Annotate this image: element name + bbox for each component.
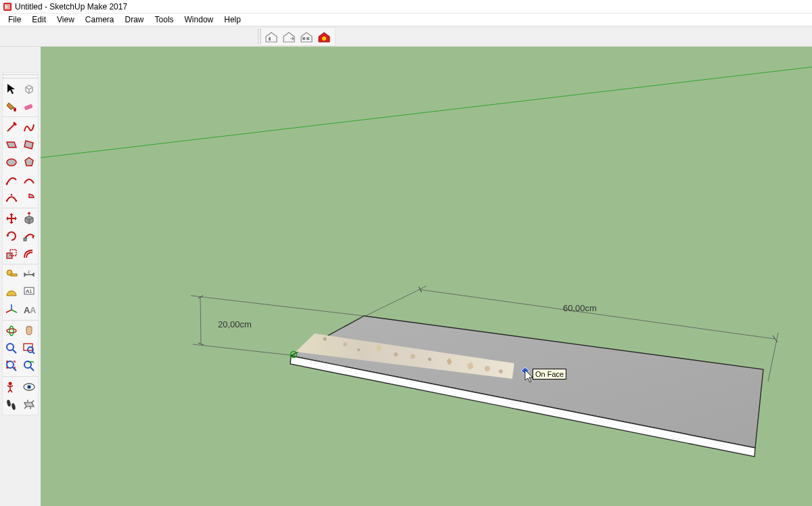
- polygon-tool[interactable]: [20, 154, 38, 171]
- push-pull-tool[interactable]: [20, 210, 38, 227]
- menu-window[interactable]: Window: [179, 14, 219, 26]
- warehouse-toolbar-group: [260, 27, 336, 46]
- toolbar-separator: [3, 376, 38, 377]
- svg-point-11: [11, 194, 13, 196]
- svg-rect-3: [307, 37, 309, 40]
- text-tool[interactable]: A1: [20, 283, 38, 301]
- svg-point-41: [484, 366, 490, 371]
- extension-warehouse-icon[interactable]: [316, 28, 332, 45]
- dimension-right-label: 60,00cm: [563, 303, 597, 313]
- dimension-tool[interactable]: 1': [20, 266, 38, 283]
- svg-point-34: [11, 403, 16, 411]
- zoom-window-tool[interactable]: [20, 340, 38, 357]
- arc-tool[interactable]: [3, 171, 20, 189]
- line-tool[interactable]: [3, 118, 20, 136]
- move-tool[interactable]: [3, 210, 20, 227]
- toolbar-separator: [3, 264, 38, 264]
- look-around-tool[interactable]: [20, 378, 38, 396]
- menu-camera[interactable]: Camera: [80, 14, 120, 26]
- svg-point-45: [293, 354, 295, 356]
- position-camera-tool[interactable]: [3, 378, 20, 396]
- svg-point-33: [6, 400, 11, 407]
- 3d-text-tool[interactable]: AA: [20, 301, 38, 319]
- menu-file[interactable]: File: [3, 14, 26, 26]
- rotate-tool[interactable]: [3, 227, 20, 245]
- offset-tool[interactable]: [20, 245, 38, 262]
- svg-point-7: [7, 159, 16, 166]
- tape-measure-tool[interactable]: [3, 266, 20, 283]
- axes-tool[interactable]: [3, 301, 20, 319]
- rotated-rectangle-tool[interactable]: [20, 136, 38, 154]
- protractor-tool[interactable]: [3, 283, 20, 301]
- two-point-arc-tool[interactable]: [20, 171, 38, 189]
- svg-point-23: [9, 326, 14, 336]
- titlebar: Untitled - SketchUp Make 2017: [0, 0, 812, 14]
- zoom-tool[interactable]: [3, 340, 20, 357]
- svg-rect-2: [302, 37, 305, 40]
- inference-tooltip: On Face: [533, 369, 566, 380]
- left-toolbar: 1' A1 AA: [2, 72, 39, 415]
- warehouse-share-icon[interactable]: [281, 28, 297, 45]
- make-component-tool[interactable]: [20, 80, 38, 97]
- menu-draw[interactable]: Draw: [120, 14, 150, 26]
- toolbar-separator: [3, 208, 38, 208]
- paint-bucket-tool[interactable]: [3, 97, 20, 115]
- toolbar-separator: [3, 116, 38, 117]
- svg-point-27: [7, 361, 14, 368]
- svg-point-40: [428, 358, 432, 361]
- menu-edit[interactable]: Edit: [26, 14, 51, 26]
- warehouse-components-icon[interactable]: [298, 28, 315, 45]
- pie-tool[interactable]: [20, 189, 38, 206]
- top-toolbar: [0, 26, 812, 47]
- menu-help[interactable]: Help: [219, 14, 246, 26]
- svg-point-9: [6, 200, 8, 202]
- pan-tool[interactable]: [20, 322, 38, 340]
- svg-point-29: [9, 382, 12, 386]
- select-tool[interactable]: [3, 80, 20, 97]
- svg-text:A1: A1: [26, 288, 32, 294]
- viewport-3d[interactable]: 20,00cm 60,00cm On Face: [41, 47, 812, 506]
- svg-point-32: [28, 386, 30, 388]
- orbit-tool[interactable]: [3, 322, 20, 340]
- three-point-arc-tool[interactable]: [3, 189, 20, 206]
- svg-point-10: [16, 200, 18, 202]
- rectangle-tool[interactable]: [3, 136, 20, 154]
- svg-text:1': 1': [28, 270, 30, 274]
- dimension-left-label: 20,00cm: [218, 319, 252, 329]
- zoom-extents-tool[interactable]: [3, 357, 20, 375]
- svg-point-38: [394, 352, 398, 356]
- previous-view-tool[interactable]: [20, 357, 38, 375]
- svg-point-37: [376, 345, 382, 350]
- svg-point-36: [357, 348, 360, 351]
- section-plane-tool[interactable]: [20, 396, 38, 413]
- toolbar-separator: [3, 320, 38, 321]
- scale-tool[interactable]: [3, 245, 20, 262]
- svg-rect-16: [11, 274, 17, 276]
- svg-rect-12: [24, 238, 26, 241]
- menu-tools[interactable]: Tools: [150, 14, 179, 26]
- menubar: File Edit View Camera Draw Tools Window …: [0, 14, 812, 26]
- svg-text:A: A: [30, 305, 36, 315]
- svg-point-39: [411, 354, 415, 359]
- warehouse-icon[interactable]: [263, 28, 279, 45]
- menu-view[interactable]: View: [51, 14, 80, 26]
- app-icon: [3, 2, 12, 12]
- svg-point-43: [323, 338, 327, 341]
- tooltip-text: On Face: [535, 370, 564, 378]
- svg-point-24: [7, 344, 14, 350]
- window-title: Untitled - SketchUp Make 2017: [15, 2, 127, 12]
- svg-point-22: [7, 329, 16, 333]
- svg-point-4: [322, 37, 326, 41]
- svg-point-42: [499, 369, 503, 373]
- freehand-tool[interactable]: [20, 118, 38, 136]
- svg-point-5: [14, 108, 16, 112]
- follow-me-tool[interactable]: [20, 227, 38, 245]
- svg-point-8: [6, 183, 8, 185]
- circle-tool[interactable]: [3, 154, 20, 171]
- svg-rect-6: [24, 104, 32, 110]
- walk-tool[interactable]: [3, 396, 20, 413]
- svg-point-35: [343, 342, 347, 346]
- svg-rect-1: [269, 37, 271, 41]
- eraser-tool[interactable]: [20, 97, 38, 115]
